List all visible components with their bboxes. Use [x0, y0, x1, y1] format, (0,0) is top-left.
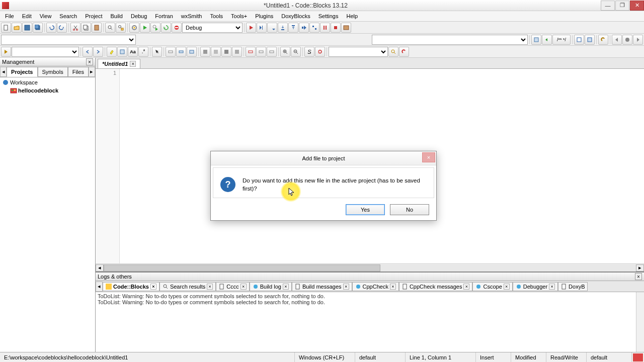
logs-close-button[interactable]: ×	[635, 273, 642, 280]
zoom-out-button[interactable]	[291, 47, 301, 57]
open-button[interactable]	[12, 23, 22, 33]
paste-button[interactable]	[92, 23, 102, 33]
close-button[interactable]: ✕	[630, 1, 644, 11]
run-button[interactable]	[140, 23, 150, 33]
save-button[interactable]	[22, 23, 32, 33]
instr1-button[interactable]	[166, 47, 176, 57]
menu-edit[interactable]: Edit	[18, 12, 36, 20]
hscroll-right[interactable]: ▸	[636, 264, 644, 272]
jump-home-button[interactable]	[622, 35, 632, 45]
replace-button[interactable]	[116, 23, 126, 33]
next-line-button[interactable]	[267, 23, 277, 33]
case-button[interactable]: Aa	[128, 47, 138, 57]
cut-button[interactable]	[70, 23, 80, 33]
log-tab-close[interactable]: ×	[390, 284, 396, 290]
stop-debugger-button[interactable]	[331, 23, 341, 33]
tree-workspace[interactable]: Workspace	[1, 78, 94, 86]
log-tab-cppcheck[interactable]: CppCheck×	[352, 282, 399, 291]
log-tab-close[interactable]: ×	[463, 284, 469, 290]
log-tab-close[interactable]: ×	[240, 284, 247, 290]
step-into-button[interactable]	[278, 23, 288, 33]
logs-body[interactable]: ToDoList: Warning: No to-do types or com…	[96, 292, 644, 352]
rebuild-button[interactable]	[161, 23, 171, 33]
menu-tools-plus[interactable]: Tools+	[227, 12, 251, 20]
build-run-button[interactable]	[150, 23, 160, 33]
copy-button[interactable]	[81, 23, 91, 33]
menu-help[interactable]: Help	[342, 12, 362, 20]
menu-view[interactable]: View	[36, 12, 56, 20]
block2-button[interactable]	[211, 47, 221, 57]
scope-dropdown[interactable]	[372, 35, 528, 45]
log-tab-close[interactable]: ×	[504, 284, 510, 290]
instr2-button[interactable]	[176, 47, 186, 57]
brk1-button[interactable]	[246, 47, 256, 57]
bookmark-prev-button[interactable]	[542, 35, 552, 45]
log-tab-cscope[interactable]: Cscope×	[472, 282, 512, 291]
next-button[interactable]	[93, 47, 103, 57]
log-tab-close[interactable]: ×	[343, 284, 349, 290]
refresh-button[interactable]	[315, 47, 325, 57]
step-out-button[interactable]	[288, 23, 298, 33]
block3-button[interactable]	[221, 47, 231, 57]
menu-doxyblocks[interactable]: DoxyBlocks	[277, 12, 314, 20]
tab-files[interactable]: Files	[68, 67, 89, 77]
find-button[interactable]	[105, 23, 115, 33]
menu-tools[interactable]: Tools	[206, 12, 227, 20]
symbols-dropdown[interactable]	[329, 47, 388, 57]
search-symbols-button[interactable]	[388, 47, 398, 57]
compiler-dropdown[interactable]	[1, 35, 136, 45]
next-instruction-button[interactable]	[299, 23, 309, 33]
menu-project[interactable]: Project	[81, 12, 106, 20]
break-button[interactable]	[320, 23, 330, 33]
doxy-comment-button[interactable]: /** */	[552, 35, 571, 45]
block4-button[interactable]	[232, 47, 242, 57]
yes-button[interactable]: Yes	[346, 204, 385, 215]
tab-projects[interactable]: Projects	[7, 67, 37, 77]
log-tab-close[interactable]: ×	[150, 284, 156, 290]
log-tab-search[interactable]: Search results×	[159, 282, 216, 291]
jump-fwd-button[interactable]	[633, 35, 643, 45]
menu-wxsmith[interactable]: wxSmith	[177, 12, 206, 20]
maximize-button[interactable]: ❐	[615, 1, 629, 11]
doxy-config-button[interactable]	[598, 35, 608, 45]
new-file-button[interactable]	[1, 23, 11, 33]
log-tab-debugger[interactable]: Debugger×	[513, 282, 558, 291]
log-tab-close[interactable]: ×	[283, 284, 289, 290]
doxy-run-button[interactable]	[574, 35, 584, 45]
instr3-button[interactable]	[187, 47, 197, 57]
menu-plugins[interactable]: Plugins	[251, 12, 277, 20]
abort-button[interactable]	[172, 23, 182, 33]
step-into-instruction-button[interactable]	[309, 23, 319, 33]
doxy-html-button[interactable]	[585, 35, 595, 45]
hscroll-left[interactable]: ◂	[96, 264, 104, 272]
management-close-button[interactable]: ×	[86, 58, 93, 65]
build-target-dropdown[interactable]: Debug	[182, 23, 243, 33]
log-tab-buildmsg[interactable]: Build messages×	[292, 282, 352, 291]
redo-button[interactable]	[57, 23, 67, 33]
log-tab-cppcheckmsg[interactable]: CppCheck messages×	[399, 282, 473, 291]
tab-symbols[interactable]: Symbols	[38, 67, 68, 77]
pointer-icon[interactable]	[152, 47, 162, 57]
mgmt-tab-prev[interactable]: ◂	[0, 67, 7, 77]
log-tab-doxy[interactable]: DoxyB	[558, 282, 588, 291]
mgmt-tab-next[interactable]: ▸	[89, 67, 95, 77]
editor-tab-close[interactable]: ×	[130, 61, 136, 67]
tree-project[interactable]: hellocodeblock	[1, 86, 94, 95]
build-button[interactable]	[129, 23, 139, 33]
menu-debug[interactable]: Debug	[127, 12, 151, 20]
debug-windows-button[interactable]	[341, 23, 351, 33]
menu-settings[interactable]: Settings	[314, 12, 343, 20]
editor-tab-untitled1[interactable]: *Untitled1 ×	[98, 59, 140, 68]
zoom-in-button[interactable]	[280, 47, 290, 57]
log-tab-close[interactable]: ×	[549, 284, 555, 290]
jump-back-button[interactable]	[612, 35, 622, 45]
save-all-button[interactable]	[33, 23, 43, 33]
source-button[interactable]: S	[304, 47, 314, 57]
brk3-button[interactable]	[267, 47, 277, 57]
menu-build[interactable]: Build	[106, 12, 126, 20]
highlight-button[interactable]	[107, 47, 117, 57]
log-tab-codeblocks[interactable]: Code::Blocks×	[103, 282, 159, 291]
run-to-cursor-button[interactable]	[257, 23, 267, 33]
brk2-button[interactable]	[256, 47, 266, 57]
menu-search[interactable]: Search	[55, 12, 81, 20]
